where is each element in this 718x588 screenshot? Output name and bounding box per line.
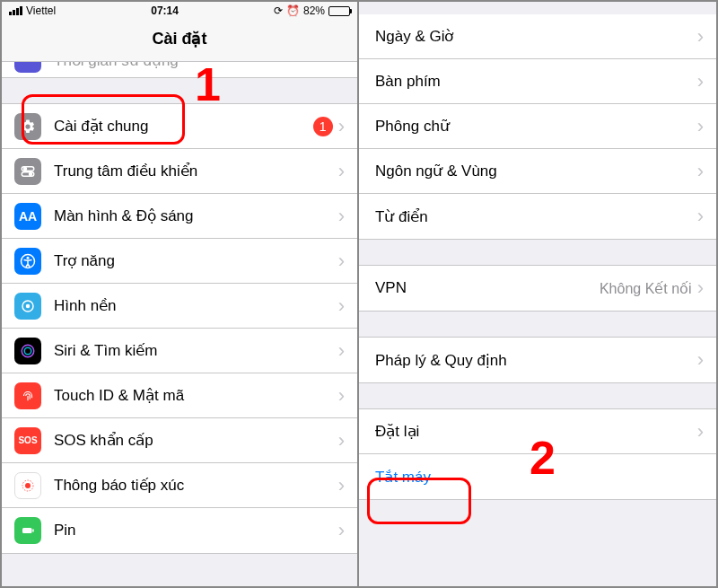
row-shutdown[interactable]: Tắt máy bbox=[359, 454, 716, 499]
svg-point-7 bbox=[26, 303, 31, 308]
exposure-label: Thông báo tiếp xúc bbox=[54, 476, 338, 495]
wallpaper-label: Hình nền bbox=[54, 296, 338, 315]
chevron-right-icon: › bbox=[338, 521, 345, 540]
svg-rect-12 bbox=[22, 528, 32, 533]
siri-label: Siri & Tìm kiếm bbox=[54, 341, 338, 360]
row-siri[interactable]: Siri & Tìm kiếm › bbox=[2, 329, 357, 373]
row-keyboard[interactable]: Bàn phím › bbox=[359, 59, 716, 104]
fonts-label: Phông chữ bbox=[375, 117, 697, 136]
gear-icon bbox=[14, 113, 41, 140]
sos-icon: SOS bbox=[14, 427, 41, 454]
datetime-label: Ngày & Giờ bbox=[375, 27, 697, 46]
row-screentime-partial[interactable]: Thời gian sử dụng bbox=[2, 62, 357, 78]
battery-settings-icon bbox=[14, 517, 41, 544]
toggles-icon bbox=[14, 158, 41, 185]
dictionary-label: Từ điển bbox=[375, 207, 697, 226]
reset-label: Đặt lại bbox=[375, 422, 697, 441]
touchid-label: Touch ID & Mật mã bbox=[54, 386, 338, 405]
row-dictionary[interactable]: Từ điển › bbox=[359, 194, 716, 239]
chevron-right-icon: › bbox=[697, 350, 704, 370]
wallpaper-icon bbox=[14, 293, 41, 320]
row-fonts[interactable]: Phông chữ › bbox=[359, 104, 716, 149]
row-vpn[interactable]: VPN Không Kết nối › bbox=[359, 266, 716, 311]
svg-rect-13 bbox=[32, 530, 34, 532]
keyboard-label: Bàn phím bbox=[375, 73, 697, 91]
row-reset[interactable]: Đặt lại › bbox=[359, 409, 716, 454]
siri-icon bbox=[14, 338, 41, 364]
screentime-label: Thời gian sử dụng bbox=[54, 62, 345, 70]
chevron-right-icon: › bbox=[338, 162, 345, 181]
svg-point-3 bbox=[30, 172, 32, 175]
chevron-right-icon: › bbox=[697, 206, 704, 226]
battery-settings-label: Pin bbox=[54, 522, 338, 540]
chevron-right-icon: › bbox=[338, 431, 345, 451]
signal-icon bbox=[9, 6, 22, 15]
row-legal[interactable]: Pháp lý & Quy định › bbox=[359, 338, 716, 382]
svg-point-5 bbox=[27, 256, 30, 259]
chevron-right-icon: › bbox=[338, 476, 345, 496]
accessibility-label: Trợ năng bbox=[54, 251, 338, 270]
row-datetime[interactable]: Ngày & Giờ › bbox=[359, 14, 716, 59]
row-control-center[interactable]: Trung tâm điều khiển › bbox=[2, 149, 357, 194]
svg-point-8 bbox=[22, 345, 34, 357]
page-title: Cài đặt bbox=[2, 20, 357, 62]
settings-screen-left: Viettel 07:14 ⟳ ⏰ 82% Cài đặt Thời gian … bbox=[2, 2, 359, 586]
status-bar: Viettel 07:14 ⟳ ⏰ 82% bbox=[2, 2, 357, 20]
text-size-icon: AA bbox=[14, 203, 41, 230]
row-sos[interactable]: SOS SOS khẩn cấp › bbox=[2, 418, 357, 463]
svg-point-2 bbox=[24, 167, 27, 170]
sos-label: SOS khẩn cấp bbox=[54, 431, 338, 450]
row-language[interactable]: Ngôn ngữ & Vùng › bbox=[359, 149, 716, 194]
chevron-right-icon: › bbox=[697, 117, 704, 136]
row-touchid[interactable]: Touch ID & Mật mã › bbox=[2, 373, 357, 418]
svg-point-9 bbox=[24, 347, 31, 355]
exposure-icon bbox=[14, 472, 41, 499]
battery-icon bbox=[328, 6, 350, 16]
chevron-right-icon: › bbox=[338, 386, 345, 406]
carrier-label: Viettel bbox=[26, 4, 56, 17]
general-badge: 1 bbox=[313, 117, 333, 136]
row-exposure[interactable]: Thông báo tiếp xúc › bbox=[2, 463, 357, 508]
row-accessibility[interactable]: Trợ năng › bbox=[2, 239, 357, 284]
vpn-label: VPN bbox=[375, 279, 600, 297]
hourglass-icon bbox=[14, 62, 41, 73]
row-general[interactable]: Cài đặt chung 1 › bbox=[2, 104, 357, 149]
row-wallpaper[interactable]: Hình nền › bbox=[2, 284, 357, 329]
row-display[interactable]: AA Màn hình & Độ sáng › bbox=[2, 194, 357, 239]
control-center-label: Trung tâm điều khiển bbox=[54, 162, 338, 180]
row-battery[interactable]: Pin › bbox=[2, 508, 357, 553]
chevron-right-icon: › bbox=[338, 206, 345, 226]
clock-label: 07:14 bbox=[151, 4, 179, 17]
chevron-right-icon: › bbox=[338, 341, 345, 361]
vpn-detail: Không Kết nối bbox=[600, 280, 692, 297]
chevron-right-icon: › bbox=[697, 162, 704, 181]
general-settings-screen-right: Ngày & Giờ › Bàn phím › Phông chữ › Ngôn… bbox=[359, 2, 716, 586]
chevron-right-icon: › bbox=[697, 278, 704, 298]
accessibility-icon bbox=[14, 248, 41, 275]
svg-point-10 bbox=[25, 483, 31, 488]
legal-label: Pháp lý & Quy định bbox=[375, 351, 697, 370]
chevron-right-icon: › bbox=[697, 422, 704, 442]
battery-pct-label: 82% bbox=[303, 4, 325, 17]
orientation-lock-icon: ⟳ bbox=[274, 4, 283, 17]
fingerprint-icon bbox=[14, 382, 41, 409]
chevron-right-icon: › bbox=[338, 296, 345, 316]
chevron-right-icon: › bbox=[697, 72, 704, 92]
chevron-right-icon: › bbox=[338, 117, 345, 136]
display-label: Màn hình & Độ sáng bbox=[54, 206, 338, 225]
chevron-right-icon: › bbox=[697, 27, 704, 47]
language-label: Ngôn ngữ & Vùng bbox=[375, 162, 697, 180]
alarm-icon: ⏰ bbox=[286, 4, 300, 17]
shutdown-label: Tắt máy bbox=[375, 468, 704, 487]
general-label: Cài đặt chung bbox=[54, 117, 313, 136]
chevron-right-icon: › bbox=[338, 251, 345, 271]
